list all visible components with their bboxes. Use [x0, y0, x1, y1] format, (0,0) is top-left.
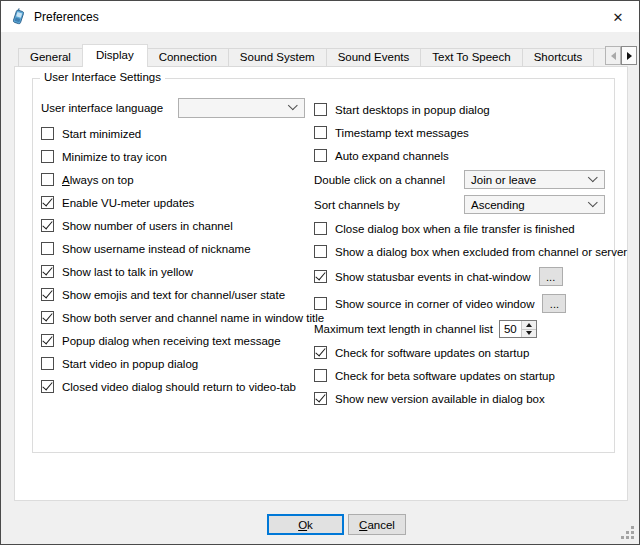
- ok-button[interactable]: Ok: [267, 514, 344, 535]
- arrow-down-icon: [526, 331, 532, 335]
- row-show-number-of-users-in-channel: Show number of users in channel: [41, 214, 314, 237]
- arrow-right-icon: [627, 52, 632, 60]
- checkbox-check-for-software-updates-on-startup[interactable]: [314, 346, 327, 359]
- tab-scroll-right-button[interactable]: [621, 46, 637, 65]
- window-title: Preferences: [34, 10, 99, 24]
- combobox-sort-channels-by[interactable]: Ascending: [464, 195, 605, 214]
- row-start-desktops-in-popup-dialog: Start desktops in popup dialog: [314, 98, 606, 121]
- row-minimize-to-tray-icon: Minimize to tray icon: [41, 145, 314, 168]
- checkbox-show-last-to-talk-in-yellow[interactable]: [41, 265, 54, 278]
- checkbox-label: Show statusbar events in chat-window: [335, 271, 531, 283]
- group-user-interface-settings: User Interface Settings User interface l…: [32, 78, 615, 453]
- checkbox-closed-video-dialog-should-return-to-video-tab[interactable]: [41, 380, 54, 393]
- checkbox-label: Show emojis and text for channel/user st…: [62, 289, 285, 301]
- language-row: User interface language: [41, 97, 314, 118]
- checkbox-label: Start video in popup dialog: [62, 358, 198, 370]
- checkbox-label: Auto expand channels: [335, 150, 449, 162]
- checkbox-show-a-dialog-box-when-excluded-from-channel-or-server[interactable]: [314, 245, 327, 258]
- spin-up-button[interactable]: [522, 321, 536, 329]
- tab-scroll-left-button[interactable]: [605, 46, 621, 65]
- right-settings-column: Start desktops in popup dialogTimestamp …: [314, 93, 606, 410]
- row-timestamp-text-messages: Timestamp text messages: [314, 121, 606, 144]
- checkbox-show-source-in-corner-of-video-window[interactable]: [314, 297, 327, 310]
- tab-video[interactable]: Video: [593, 48, 605, 67]
- row-start-minimized: Start minimized: [41, 122, 314, 145]
- checkbox-always-on-top[interactable]: [41, 173, 54, 186]
- tab-bar: GeneralDisplayConnectionSound SystemSoun…: [18, 44, 605, 67]
- checkbox-show-statusbar-events-in-chat-window[interactable]: [314, 270, 327, 283]
- spinbox-value: 50: [500, 321, 521, 337]
- checkbox-show-both-server-and-channel-name-in-window-title[interactable]: [41, 311, 54, 324]
- cancel-button[interactable]: Cancel: [348, 514, 406, 535]
- tab-general[interactable]: General: [18, 48, 83, 67]
- arrow-left-icon: [611, 52, 616, 60]
- checkbox-label: Show both server and channel name in win…: [62, 312, 324, 324]
- tab-shortcuts[interactable]: Shortcuts: [522, 48, 595, 67]
- checkbox-label: Show new version available in dialog box: [335, 393, 545, 405]
- resize-grip[interactable]: [621, 526, 635, 540]
- group-title: User Interface Settings: [40, 71, 165, 83]
- checkbox-enable-vu-meter-updates[interactable]: [41, 196, 54, 209]
- chevron-down-icon: [588, 172, 598, 182]
- checkbox-start-video-in-popup-dialog[interactable]: [41, 357, 54, 370]
- checkbox-label: Start desktops in popup dialog: [335, 104, 490, 116]
- spin-down-button[interactable]: [522, 329, 536, 338]
- row-always-on-top: Always on top: [41, 168, 314, 191]
- checkbox-timestamp-text-messages[interactable]: [314, 126, 327, 139]
- checkbox-label: Popup dialog when receiving text message: [62, 335, 281, 347]
- checkbox-check-for-beta-software-updates-on-startup[interactable]: [314, 369, 327, 382]
- tab-sound-system[interactable]: Sound System: [228, 48, 327, 67]
- row-show-last-to-talk-in-yellow: Show last to talk in yellow: [41, 260, 314, 283]
- checkbox-close-dialog-box-when-a-file-transfer-is-finished[interactable]: [314, 222, 327, 235]
- spin-buttons: [521, 321, 536, 337]
- checkbox-label: Show number of users in channel: [62, 220, 233, 232]
- checkbox-label: Minimize to tray icon: [62, 151, 167, 163]
- checkbox-start-desktops-in-popup-dialog[interactable]: [314, 103, 327, 116]
- arrow-up-icon: [526, 323, 532, 327]
- app-icon: [10, 8, 27, 25]
- language-combobox[interactable]: [178, 98, 305, 118]
- row-enable-vu-meter-updates: Enable VU-meter updates: [41, 191, 314, 214]
- checkbox-start-minimized[interactable]: [41, 127, 54, 140]
- tab-sound-events[interactable]: Sound Events: [326, 48, 422, 67]
- checkbox-minimize-to-tray-icon[interactable]: [41, 150, 54, 163]
- combobox-double-click-on-a-channel-value: Join or leave: [471, 174, 536, 186]
- chevron-down-icon: [288, 100, 298, 110]
- row-maximum-text-length-in-channel-list: Maximum text length in channel list50: [314, 317, 606, 341]
- checkbox-label: Close dialog box when a file transfer is…: [335, 223, 575, 235]
- row-show-both-server-and-channel-name-in-window-title: Show both server and channel name in win…: [41, 306, 314, 329]
- titlebar[interactable]: Preferences ✕: [1, 1, 639, 32]
- checkbox-label: Always on top: [62, 174, 134, 186]
- checkbox-auto-expand-channels[interactable]: [314, 149, 327, 162]
- spinbox-maximum-text-length-in-channel-list[interactable]: 50: [499, 320, 537, 338]
- row-show-username-instead-of-nickname: Show username instead of nickname: [41, 237, 314, 260]
- ellipsis-button-show-source-in-corner-of-video-window[interactable]: ...: [542, 294, 566, 313]
- row-close-dialog-box-when-a-file-transfer-is-finished: Close dialog box when a file transfer is…: [314, 217, 606, 240]
- checkbox-show-new-version-available-in-dialog-box[interactable]: [314, 392, 327, 405]
- row-show-source-in-corner-of-video-window: Show source in corner of video window...: [314, 290, 606, 317]
- tab-scroll-buttons: [605, 46, 637, 65]
- row-show-emojis-and-text-for-channel-user-state: Show emojis and text for channel/user st…: [41, 283, 314, 306]
- checkbox-label: Enable VU-meter updates: [62, 197, 194, 209]
- checkbox-show-number-of-users-in-channel[interactable]: [41, 219, 54, 232]
- checkbox-label: Check for beta software updates on start…: [335, 370, 555, 382]
- row-auto-expand-channels: Auto expand channels: [314, 144, 606, 167]
- tab-text-to-speech[interactable]: Text To Speech: [420, 48, 522, 67]
- ellipsis-button-show-statusbar-events-in-chat-window[interactable]: ...: [539, 267, 563, 286]
- combobox-double-click-on-a-channel[interactable]: Join or leave: [464, 170, 605, 189]
- combo-label: Double click on a channel: [314, 174, 464, 186]
- row-sort-channels-by: Sort channels byAscending: [314, 192, 606, 217]
- row-check-for-beta-software-updates-on-startup: Check for beta software updates on start…: [314, 364, 606, 387]
- row-show-a-dialog-box-when-excluded-from-channel-or-server: Show a dialog box when excluded from cha…: [314, 240, 606, 263]
- checkbox-show-emojis-and-text-for-channel-user-state[interactable]: [41, 288, 54, 301]
- checkbox-label: Show last to talk in yellow: [62, 266, 193, 278]
- row-start-video-in-popup-dialog: Start video in popup dialog: [41, 352, 314, 375]
- checkbox-show-username-instead-of-nickname[interactable]: [41, 242, 54, 255]
- checkbox-label: Show source in corner of video window: [335, 298, 534, 310]
- checkbox-popup-dialog-when-receiving-text-message[interactable]: [41, 334, 54, 347]
- language-label: User interface language: [41, 102, 178, 114]
- tab-display[interactable]: Display: [82, 44, 148, 67]
- close-button[interactable]: ✕: [608, 7, 628, 27]
- tab-connection[interactable]: Connection: [147, 48, 229, 67]
- checkbox-label: Closed video dialog should return to vid…: [62, 381, 296, 393]
